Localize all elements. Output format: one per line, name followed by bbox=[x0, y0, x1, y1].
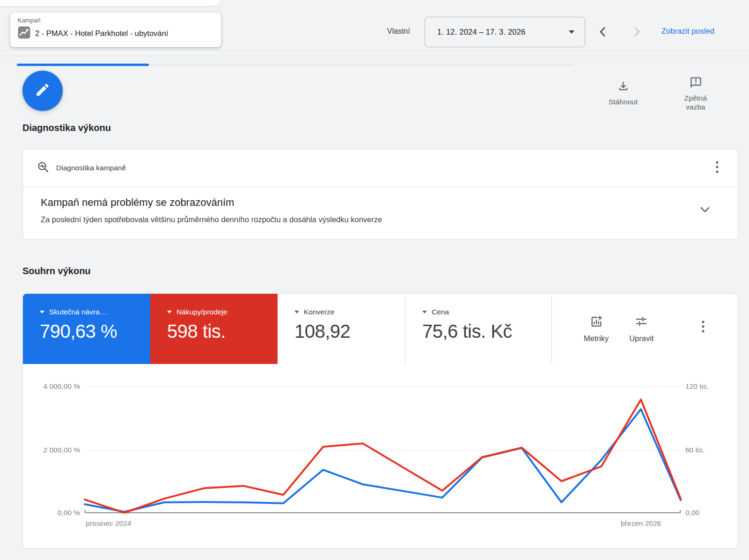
pencil-icon bbox=[35, 82, 51, 100]
series-line-red bbox=[85, 400, 681, 513]
download-button[interactable]: Stáhnout bbox=[602, 76, 645, 106]
chevron-right-icon bbox=[631, 26, 643, 40]
metric-value: 598 tis. bbox=[167, 321, 273, 342]
three-dot-menu-icon bbox=[702, 320, 705, 335]
metric-dropdown-icon bbox=[40, 311, 44, 313]
chart-overflow-menu-button[interactable] bbox=[694, 318, 712, 337]
diagnostics-section-title: Diagnostika výkonu bbox=[22, 123, 111, 133]
edit-button-label: Upravit bbox=[629, 334, 654, 343]
feedback-label-line2: vazba bbox=[686, 103, 705, 111]
download-label: Stáhnout bbox=[609, 97, 638, 106]
chevron-down-icon bbox=[698, 203, 712, 218]
metric-label: Skutečná návra… bbox=[49, 308, 107, 316]
campaign-diagnostics-card: Diagnostika kampaně Kampaň nemá problémy… bbox=[22, 149, 738, 240]
diagnostics-status-detail: Za poslední týden spotřebovala většinu p… bbox=[41, 215, 727, 224]
date-range-picker[interactable]: 1. 12. 2024 – 17. 3. 2026 bbox=[425, 17, 585, 47]
previous-period-button[interactable] bbox=[594, 23, 612, 42]
top-panel-edge bbox=[0, 0, 220, 6]
performance-chart: 4 000,00 % 2 000,00 % 0,00 % 120 tis. 60… bbox=[23, 364, 739, 549]
metric-value: 75,6 tis. Kč bbox=[422, 321, 547, 342]
date-mode-label: Vlastní bbox=[387, 27, 410, 36]
show-latest-link[interactable]: Zobrazit posled bbox=[661, 27, 714, 36]
edit-chart-button[interactable]: Upravit bbox=[629, 315, 654, 343]
chevron-left-icon bbox=[597, 26, 609, 40]
metric-dropdown-icon bbox=[167, 311, 172, 313]
tune-sliders-icon bbox=[635, 315, 648, 330]
metric-dropdown-icon bbox=[422, 311, 427, 313]
metric-tile-cost[interactable]: Cena 75,6 tis. Kč bbox=[405, 294, 551, 364]
metric-label: Cena bbox=[432, 308, 449, 316]
metric-tile-purchases[interactable]: Nákupy/prodeje 598 tis. bbox=[150, 294, 278, 364]
campaign-name: 2 - PMAX - Hotel Parkhotel - ubytování bbox=[35, 29, 168, 38]
campaign-performance-icon bbox=[18, 26, 30, 41]
header-divider bbox=[0, 56, 749, 56]
three-dot-menu-icon bbox=[716, 161, 719, 175]
feedback-label-line1: Zpětná bbox=[684, 94, 707, 102]
chart-series-canvas bbox=[23, 364, 739, 549]
feedback-icon bbox=[690, 76, 702, 91]
diagnostics-expand-button[interactable] bbox=[695, 200, 715, 221]
summary-section-title: Souhrn výkonu bbox=[22, 266, 91, 276]
diagnostics-card-title: Diagnostika kampaně bbox=[56, 164, 708, 172]
metric-card-row: Skutečná návra… 790,63 % Nákupy/prodeje … bbox=[23, 294, 738, 364]
next-period-button[interactable] bbox=[627, 23, 646, 42]
add-chart-icon bbox=[590, 315, 603, 330]
diagnostics-scan-icon bbox=[37, 161, 50, 175]
diagnostics-overflow-menu-button[interactable] bbox=[708, 159, 727, 177]
campaign-selector[interactable]: Kampaň 2 - PMAX - Hotel Parkhotel - ubyt… bbox=[10, 13, 221, 47]
metric-value: 790,63 % bbox=[40, 321, 146, 342]
metric-dropdown-icon bbox=[294, 311, 299, 313]
active-tab-indicator bbox=[17, 64, 149, 66]
metric-label: Konverze bbox=[304, 308, 334, 316]
feedback-button[interactable]: Zpětná vazba bbox=[673, 76, 718, 112]
performance-summary-card: Skutečná návra… 790,63 % Nákupy/prodeje … bbox=[22, 293, 738, 549]
metrics-button-label: Metriky bbox=[584, 334, 609, 343]
metric-value: 108,92 bbox=[294, 321, 400, 342]
date-range-value: 1. 12. 2024 – 17. 3. 2026 bbox=[437, 28, 569, 36]
dropdown-triangle-icon bbox=[569, 30, 574, 34]
tab-track bbox=[149, 65, 573, 65]
metrics-button[interactable]: Metriky bbox=[584, 315, 609, 343]
metric-tile-conversions[interactable]: Konverze 108,92 bbox=[278, 294, 405, 364]
metric-tile-roas[interactable]: Skutečná návra… 790,63 % bbox=[23, 294, 150, 364]
metric-label: Nákupy/prodeje bbox=[176, 308, 228, 316]
download-icon bbox=[617, 80, 630, 95]
campaign-selector-label: Kampaň bbox=[18, 17, 213, 24]
edit-campaign-fab[interactable] bbox=[22, 71, 63, 111]
diagnostics-status-title: Kampaň nemá problémy se zobrazováním bbox=[41, 196, 727, 209]
